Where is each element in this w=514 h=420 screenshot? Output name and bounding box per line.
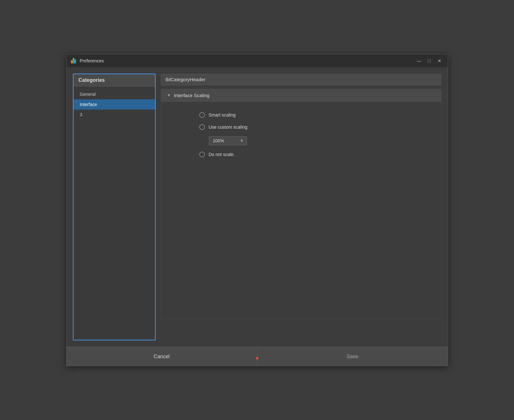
title-bar-left: Preferences <box>70 58 104 64</box>
smart-scaling-label: Smart scaling <box>209 112 236 117</box>
app-icon <box>70 58 77 64</box>
preferences-window: Preferences — □ ✕ Categories General Int… <box>66 54 448 366</box>
section-body: Smart scaling Use custom scaling: <box>161 103 441 319</box>
main-panel: lblCategoryHeader ▼ Interface Scaling <box>161 74 441 340</box>
window-body: Categories General Interface 3 lblCateg <box>67 67 448 366</box>
sidebar-item-label-general: General <box>80 92 96 97</box>
no-scale-label: Do not scale. <box>209 152 235 157</box>
scale-select[interactable]: 75% 100% 125% 150% 175% 200% <box>209 136 247 145</box>
sidebar-item-label-interface: Interface <box>80 102 97 107</box>
panel-content: ▼ Interface Scaling Smart scaling <box>161 89 441 340</box>
sidebar-items: General Interface 3 <box>74 87 155 340</box>
window-title: Preferences <box>80 58 104 63</box>
custom-scaling-option[interactable]: Use custom scaling: <box>199 124 422 130</box>
close-button[interactable]: ✕ <box>435 57 444 64</box>
sidebar: Categories General Interface 3 <box>73 74 156 340</box>
sidebar-header: Categories <box>74 74 155 87</box>
footer: Cancel Save <box>67 347 448 366</box>
sidebar-item-label-3: 3 <box>80 112 82 117</box>
sidebar-item-3[interactable]: 3 <box>74 110 155 120</box>
save-button[interactable]: Save <box>257 347 448 366</box>
section-header[interactable]: ▼ Interface Scaling <box>161 89 441 102</box>
smart-scaling-option[interactable]: Smart scaling <box>199 112 422 118</box>
red-dot-indicator <box>256 357 258 359</box>
title-bar: Preferences — □ ✕ <box>67 54 448 67</box>
no-scale-option[interactable]: Do not scale. <box>199 152 422 157</box>
smart-scaling-radio[interactable] <box>199 112 205 118</box>
custom-scaling-label: Use custom scaling: <box>209 125 249 130</box>
sidebar-item-interface[interactable]: Interface <box>74 99 155 110</box>
scale-dropdown-wrapper: 75% 100% 125% 150% 175% 200% ▼ <box>209 136 247 145</box>
panel-header-title: lblCategoryHeader <box>166 77 206 82</box>
cancel-button[interactable]: Cancel <box>67 347 257 366</box>
minimize-button[interactable]: — <box>415 57 424 64</box>
svg-marker-3 <box>73 58 74 59</box>
svg-rect-2 <box>74 60 76 63</box>
title-bar-controls: — □ ✕ <box>415 57 444 64</box>
section-header-title: Interface Scaling <box>174 93 209 98</box>
section-collapse-arrow: ▼ <box>167 93 171 97</box>
maximize-button[interactable]: □ <box>425 57 434 64</box>
radio-group: Smart scaling Use custom scaling: <box>199 112 422 157</box>
sidebar-item-general[interactable]: General <box>74 89 155 99</box>
no-scale-radio[interactable] <box>199 152 205 157</box>
panel-header: lblCategoryHeader <box>161 74 441 86</box>
scale-dropdown-row: 75% 100% 125% 150% 175% 200% ▼ <box>199 136 422 145</box>
custom-scaling-radio[interactable] <box>199 124 205 130</box>
content-area: Categories General Interface 3 lblCateg <box>67 67 448 347</box>
